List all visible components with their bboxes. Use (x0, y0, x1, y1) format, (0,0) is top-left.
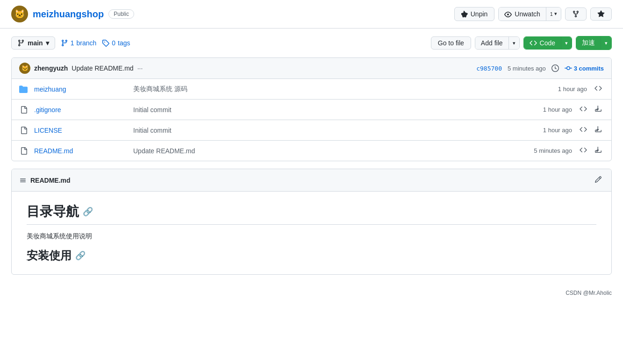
file-browser: 🐱 zhengyuzh Update README.md ··· c985700… (11, 57, 612, 161)
branch-icon (17, 39, 25, 47)
repo-name[interactable]: meizhuangshop (33, 9, 104, 20)
readme-title: 目录导航 🔗 (27, 203, 596, 225)
commit-bar-right: c985700 5 minutes ago 3 commits (476, 64, 604, 72)
clock-icon (551, 64, 559, 72)
commits-icon (565, 64, 572, 72)
commit-message: Update README.md (72, 64, 133, 72)
file-row-gitignore: .gitignore Initial commit 1 hour ago (12, 100, 611, 120)
view-code-icon-gitignore[interactable] (578, 103, 589, 116)
file-icon-readme (19, 147, 29, 155)
branch-small-icon (61, 39, 68, 47)
code-button-group: Code ▾ (523, 36, 572, 50)
file-commit-gitignore: Initial commit (133, 106, 520, 114)
file-name-meizhuang[interactable]: meizhuang (34, 86, 128, 93)
accelerate-button-group: 加速 ▾ (576, 36, 612, 50)
commit-hash[interactable]: c985700 (476, 65, 502, 72)
unpin-label: Unpin (471, 10, 488, 18)
view-code-icon-license[interactable] (578, 124, 589, 136)
file-row-license: LICENSE Initial commit 1 hour ago (12, 120, 611, 141)
readme-filename: README.md (30, 177, 71, 184)
readme-section: README.md 目录导航 🔗 美妆商城系统使用说明 安装使用 🔗 (11, 169, 612, 275)
readme-body: 目录导航 🔗 美妆商城系统使用说明 安装使用 🔗 (12, 192, 611, 274)
fork-button[interactable] (565, 7, 587, 21)
file-commit-readme: Update README.md (133, 147, 520, 155)
eye-icon (504, 10, 512, 18)
file-icon-license (19, 127, 29, 134)
branch-name: main (28, 39, 43, 47)
file-commit-meizhuang: 美妆商城系统 源码 (133, 85, 535, 93)
branch-count: 1 (71, 39, 74, 47)
readme-header: README.md (12, 169, 611, 192)
add-file-arrow[interactable]: ▾ (509, 37, 519, 49)
file-commit-license: Initial commit (133, 127, 520, 134)
main-content: 🐱 zhengyuzh Update README.md ··· c985700… (0, 57, 623, 286)
unpin-button[interactable]: Unpin (454, 7, 495, 21)
code-main[interactable]: Code (524, 37, 561, 49)
file-time-license: 1 hour ago (525, 127, 572, 134)
commits-count-text: 3 commits (574, 65, 604, 72)
go-to-file-button[interactable]: Go to file (431, 36, 471, 50)
folder-icon (19, 85, 29, 93)
tag-count: 0 (112, 39, 115, 47)
add-file-button-group: Add file ▾ (475, 36, 520, 50)
subtitle-link-icon[interactable]: 🔗 (75, 250, 86, 261)
code-arrow[interactable]: ▾ (561, 37, 572, 49)
download-icon-gitignore[interactable] (593, 103, 604, 116)
download-icon-license[interactable] (593, 124, 604, 136)
branch-count-link[interactable]: 1 branch (61, 39, 97, 47)
readme-subtitle: 安装使用 🔗 (27, 248, 596, 263)
file-row-readme: README.md Update README.md 5 minutes ago (12, 141, 611, 161)
file-name-readme[interactable]: README.md (34, 147, 128, 155)
code-icon (530, 39, 537, 47)
code-label: Code (540, 39, 555, 47)
header-left: 🐱 meizhuangshop Public (11, 6, 134, 22)
file-actions-license (578, 124, 604, 136)
commit-bar: 🐱 zhengyuzh Update README.md ··· c985700… (12, 58, 611, 79)
file-name-gitignore[interactable]: .gitignore (34, 106, 128, 114)
commits-count[interactable]: 3 commits (565, 64, 604, 72)
commit-more-button[interactable]: ··· (137, 64, 143, 72)
file-name-license[interactable]: LICENSE (34, 127, 128, 134)
toolbar-left: main ▾ 1 branch 0 tags (11, 36, 130, 50)
readme-description: 美妆商城系统使用说明 (27, 232, 596, 241)
repo-toolbar: main ▾ 1 branch 0 tags Go to file Add fi… (0, 29, 623, 57)
accelerate-main[interactable]: 加速 (576, 36, 601, 50)
page-footer: CSDN @Mr.Aholic (0, 286, 623, 300)
commit-author-avatar: 🐱 (19, 63, 30, 74)
repo-avatar: 🐱 (11, 6, 28, 22)
file-time-readme: 5 minutes ago (525, 147, 572, 154)
link-icon[interactable]: 🔗 (83, 207, 93, 217)
download-icon-readme[interactable] (593, 144, 604, 157)
commit-bar-left: 🐱 zhengyuzh Update README.md ··· (19, 63, 143, 74)
tag-count-link[interactable]: 0 tags (102, 39, 130, 47)
add-file-main[interactable]: Add file (475, 37, 509, 49)
tag-label: tags (118, 39, 130, 47)
fork-icon (572, 10, 580, 18)
file-actions-meizhuang (593, 83, 604, 95)
file-row-meizhuang: meizhuang 美妆商城系统 源码 1 hour ago (12, 79, 611, 100)
footer-text: CSDN @Mr.Aholic (566, 290, 612, 296)
accelerate-arrow[interactable]: ▾ (601, 36, 611, 50)
file-time-meizhuang: 1 hour ago (540, 86, 587, 93)
branch-label: branch (76, 39, 96, 47)
chevron-down-icon: ▾ (46, 39, 49, 47)
file-time-gitignore: 1 hour ago (525, 106, 572, 113)
unwatch-button-group: Unwatch 1 ▾ (498, 7, 561, 21)
readme-header-left: README.md (19, 177, 71, 184)
edit-readme-button[interactable] (593, 174, 604, 186)
unwatch-label: Unwatch (515, 10, 540, 18)
view-code-icon-readme[interactable] (578, 144, 589, 157)
view-code-icon-meizhuang[interactable] (593, 83, 604, 95)
unwatch-arrow[interactable]: 1 ▾ (546, 7, 561, 20)
toolbar-right: Go to file Add file ▾ Code ▾ 加速 ▾ (431, 36, 612, 50)
file-actions-gitignore (578, 103, 604, 116)
unwatch-main[interactable]: Unwatch (499, 7, 546, 20)
file-actions-readme (578, 144, 604, 157)
star-button[interactable] (590, 7, 612, 21)
public-badge: Public (108, 9, 134, 19)
commit-author[interactable]: zhengyuzh (34, 64, 68, 72)
branch-selector[interactable]: main ▾ (11, 36, 55, 50)
unpin-icon (461, 10, 469, 18)
star-icon (597, 10, 605, 18)
header-right: Unpin Unwatch 1 ▾ (454, 7, 612, 21)
